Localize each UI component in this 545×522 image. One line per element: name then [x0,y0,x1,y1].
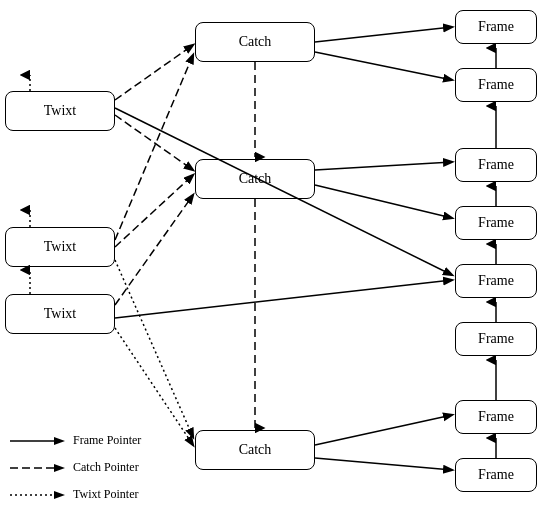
svg-line-18 [115,195,193,305]
twixt2-node: Twixt [5,227,115,267]
legend: Frame Pointer Catch Pointer Twixt Pointe… [10,433,141,502]
twixt1-node: Twixt [5,91,115,131]
svg-line-19 [115,280,452,318]
svg-line-13 [115,45,193,100]
svg-line-9 [315,162,452,170]
twixt-pointer-icon [10,488,65,502]
frame-pointer-icon [10,434,65,448]
catch-pointer-icon [10,461,65,475]
svg-line-11 [315,415,452,445]
svg-marker-30 [54,464,65,472]
svg-marker-28 [54,437,65,445]
twixt3-node: Twixt [5,294,115,334]
frame1-node: Frame [455,10,537,44]
svg-line-10 [315,185,452,218]
legend-catch-pointer: Catch Pointer [10,460,141,475]
catch1-node: Catch [195,22,315,62]
svg-line-7 [315,27,452,42]
frame5-node: Frame [455,264,537,298]
catch2-node: Catch [195,159,315,199]
svg-line-25 [115,260,193,437]
svg-line-12 [315,458,452,470]
svg-line-16 [115,55,193,240]
legend-frame-pointer: Frame Pointer [10,433,141,448]
svg-line-26 [115,328,193,445]
frame7-node: Frame [455,400,537,434]
svg-line-17 [115,175,193,247]
svg-line-8 [315,52,452,80]
frame3-node: Frame [455,148,537,182]
frame8-node: Frame [455,458,537,492]
frame4-node: Frame [455,206,537,240]
frame6-node: Frame [455,322,537,356]
frame2-node: Frame [455,68,537,102]
legend-twixt-pointer: Twixt Pointer [10,487,141,502]
diagram: Twixt Twixt Twixt Catch Catch Catch Fram… [0,0,545,522]
svg-line-14 [115,115,193,170]
svg-marker-32 [54,491,65,499]
catch3-node: Catch [195,430,315,470]
